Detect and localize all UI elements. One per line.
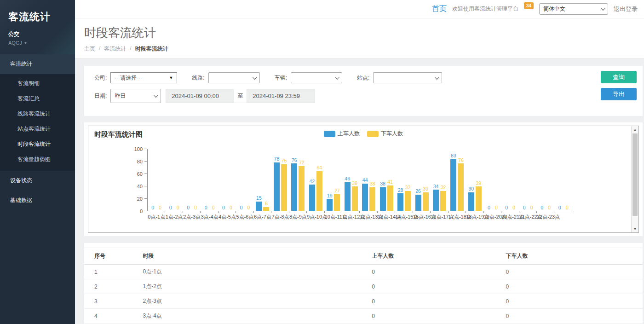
bar[interactable]	[440, 191, 446, 211]
bar-value-label: 27	[334, 188, 340, 193]
bar-column: 0	[486, 149, 492, 211]
bar-group: 1566点-7点	[254, 149, 271, 211]
vehicle-select[interactable]	[291, 72, 342, 83]
bar[interactable]	[274, 162, 280, 211]
bar[interactable]	[345, 182, 351, 211]
bar[interactable]	[380, 187, 386, 211]
scrollbar-thumb[interactable]	[632, 133, 638, 216]
bar[interactable]	[387, 185, 393, 211]
bar-column: 0	[557, 149, 563, 211]
legend-item[interactable]: 下车人数	[367, 130, 403, 138]
bar[interactable]	[458, 163, 464, 211]
bar[interactable]	[281, 164, 287, 211]
scrollbar-up-arrow[interactable]: ▲	[632, 128, 638, 131]
bar-column: 0	[185, 149, 191, 211]
x-tick-label: 18点-19点	[466, 214, 483, 220]
bar-value-label: 0	[495, 205, 498, 210]
table-cell: 3点-4点	[143, 309, 372, 324]
line-label: 线路:	[192, 74, 204, 82]
bar-column: 75	[281, 149, 287, 211]
x-tick-label: 6点-7点	[254, 214, 271, 220]
sidebar-subitem-0[interactable]: 客流明细	[0, 76, 75, 91]
bar[interactable]	[433, 190, 439, 211]
x-tick-label: 14点-15点	[395, 214, 413, 220]
bar[interactable]	[327, 199, 333, 211]
bar[interactable]	[423, 192, 429, 211]
y-tick-label: 100	[134, 146, 143, 152]
app-logo-title: 客流统计	[8, 10, 75, 24]
scrollbar-down-arrow[interactable]: ▼	[632, 227, 638, 231]
line-select[interactable]	[208, 72, 260, 83]
bar-value-label: 76	[292, 158, 297, 163]
topbar: 首页 欢迎使用客流统计管理平台 34 简体中文 退出登录	[75, 0, 644, 18]
bar[interactable]	[316, 171, 322, 211]
bar-group: 0022点-23点	[537, 149, 554, 211]
bar-value-label: 30	[423, 186, 428, 191]
export-button[interactable]: 导出	[601, 88, 637, 100]
x-tick-label: 7点-8点	[271, 214, 289, 220]
station-select[interactable]	[373, 72, 442, 83]
company-select[interactable]: ---请选择--- ▼	[110, 72, 177, 83]
bar-column: 6	[263, 149, 269, 211]
chart-scrollbar[interactable]: ▲ ▼	[631, 126, 638, 232]
bar[interactable]	[415, 195, 421, 211]
bar[interactable]	[405, 191, 411, 211]
bar-group: 005点-6点	[236, 149, 253, 211]
legend-item[interactable]: 上车人数	[324, 130, 360, 138]
bar[interactable]	[369, 187, 375, 211]
bar[interactable]	[476, 186, 482, 211]
language-select[interactable]: 简体中文	[539, 3, 608, 15]
table-cell: 0	[506, 309, 643, 324]
query-button[interactable]: 查询	[601, 71, 637, 83]
filter-panel: 公司: ---请选择--- ▼ 线路: 车辆: 站点:	[84, 66, 643, 116]
bar-value-label: 0	[523, 205, 526, 210]
date-to-input[interactable]: 2024-01-09 23:59	[247, 89, 315, 103]
sidebar-item-passenger-stats[interactable]: 客流统计	[0, 54, 75, 74]
sidebar-item-device-status[interactable]: 设备状态	[0, 171, 75, 191]
chevron-down-icon	[601, 6, 605, 11]
bar-value-label: 34	[433, 184, 439, 189]
sidebar-subitem-1[interactable]: 客流汇总	[0, 91, 75, 106]
bar-group: 003点-4点	[201, 149, 218, 211]
table-cell: 1	[84, 265, 143, 279]
date-from-input[interactable]: 2024-01-09 00:00	[166, 89, 234, 103]
home-link[interactable]: 首页	[432, 4, 447, 14]
bar-column: 34	[433, 149, 439, 211]
bar[interactable]	[263, 207, 269, 211]
col-header-boarding: 上车人数	[372, 248, 506, 265]
x-tick-label: 4点-5点	[218, 214, 236, 220]
sidebar-subitem-2[interactable]: 线路客流统计	[0, 106, 75, 122]
date-preset-select[interactable]: 昨日	[110, 89, 161, 103]
bar[interactable]	[299, 166, 305, 211]
breadcrumb-passenger-stats[interactable]: 客流统计	[104, 45, 126, 53]
bar-group: 343216点-17点	[431, 149, 448, 211]
company-select-value: ---请选择---	[115, 74, 142, 82]
bar[interactable]	[450, 159, 456, 211]
bar[interactable]	[291, 163, 297, 211]
sidebar-item-base-data[interactable]: 基础数据	[0, 191, 75, 210]
bar[interactable]	[334, 194, 340, 211]
bar-value-label: 0	[230, 205, 232, 210]
org-code-dropdown[interactable]: AQGJ ▼	[8, 40, 75, 46]
chart-title: 时段车流统计图	[94, 130, 143, 139]
notification-badge[interactable]: 34	[524, 2, 534, 9]
sidebar-subitem-3[interactable]: 站点客流统计	[0, 122, 75, 137]
bar[interactable]	[309, 185, 315, 211]
sidebar-submenu: 客流明细客流汇总线路客流统计站点客流统计时段客流统计客流量趋势图	[0, 74, 75, 171]
bar-column: 0	[546, 149, 552, 211]
bar-column: 0	[150, 149, 156, 211]
sidebar-subitem-5[interactable]: 客流量趋势图	[0, 152, 75, 167]
bar[interactable]	[352, 186, 358, 211]
breadcrumb-home[interactable]: 主页	[84, 45, 95, 53]
bar-value-label: 0	[540, 205, 543, 210]
bar[interactable]	[256, 202, 262, 211]
bar[interactable]	[397, 193, 403, 211]
bar[interactable]	[362, 184, 368, 211]
bar-column: 32	[440, 149, 446, 211]
logout-link[interactable]: 退出登录	[614, 5, 638, 13]
bar-column: 0	[228, 149, 234, 211]
bar[interactable]	[468, 192, 474, 211]
bar-value-label: 38	[380, 181, 385, 186]
bar-value-label: 26	[415, 189, 421, 194]
sidebar-subitem-4[interactable]: 时段客流统计	[0, 137, 75, 152]
